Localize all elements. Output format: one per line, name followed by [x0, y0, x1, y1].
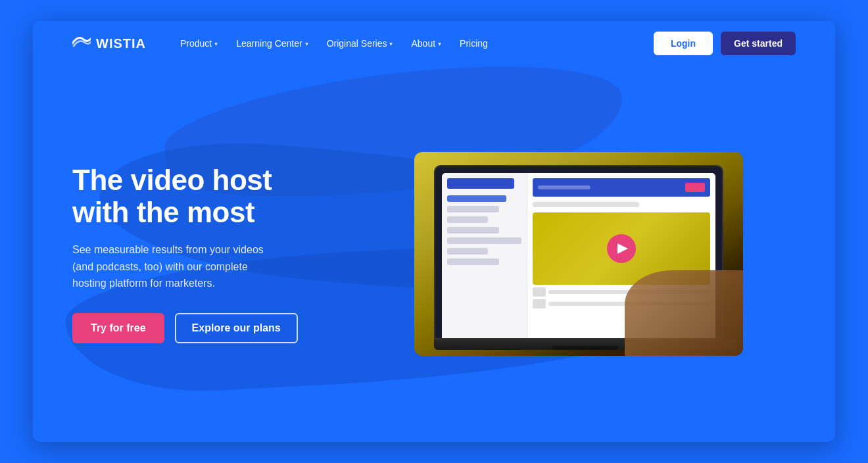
- screen-header-bar: [533, 178, 710, 197]
- screen-sidebar-item: [447, 227, 499, 233]
- try-for-free-button[interactable]: Try for free: [72, 313, 164, 343]
- play-button[interactable]: [607, 234, 636, 263]
- screen-sidebar-item: [447, 237, 521, 244]
- hero-description: See measurable results from your videos …: [72, 241, 283, 292]
- hero-title: The video host with the most: [72, 164, 322, 228]
- hero-visual: [362, 152, 796, 356]
- screen-sidebar-item: [447, 248, 488, 255]
- nav-links: Product ▾ Learning Center ▾ Original Ser…: [172, 33, 654, 54]
- chevron-down-icon: ▾: [389, 40, 393, 47]
- navbar: WISTIA Product ▾ Learning Center ▾ Origi…: [33, 21, 835, 66]
- hero-content: The video host with the most See measura…: [72, 164, 322, 343]
- nav-item-product[interactable]: Product ▾: [172, 33, 226, 54]
- browser-frame: WISTIA Product ▾ Learning Center ▾ Origi…: [33, 21, 835, 442]
- hero-buttons: Try for free Explore our plans: [72, 313, 322, 343]
- logo-wordmark: WISTIA: [96, 36, 146, 51]
- nav-item-learning-center[interactable]: Learning Center ▾: [228, 33, 316, 54]
- nav-actions: Login Get started: [654, 32, 796, 55]
- nav-item-original-series[interactable]: Original Series ▾: [319, 33, 401, 54]
- nav-item-pricing[interactable]: Pricing: [452, 33, 496, 54]
- get-started-button[interactable]: Get started: [721, 32, 796, 55]
- explore-plans-button[interactable]: Explore our plans: [175, 313, 298, 343]
- visual-wrapper: [414, 152, 743, 356]
- login-button[interactable]: Login: [654, 32, 713, 55]
- logo[interactable]: WISTIA: [72, 36, 146, 51]
- hero-section: The video host with the most See measura…: [33, 66, 835, 442]
- screen-title-bar: [533, 202, 639, 207]
- screen-sidebar-active-item: [447, 195, 506, 202]
- screen-sidebar-item: [447, 206, 499, 212]
- screen-sidebar-item: [447, 216, 488, 223]
- play-icon: [617, 243, 628, 254]
- person-overlay: [625, 270, 743, 356]
- nav-item-about[interactable]: About ▾: [403, 33, 449, 54]
- screen-sidebar-item: [447, 258, 499, 265]
- chevron-down-icon: ▾: [438, 40, 441, 47]
- chevron-down-icon: ▾: [305, 40, 308, 47]
- screen-sidebar: [442, 173, 527, 338]
- chevron-down-icon: ▾: [214, 40, 218, 47]
- wistia-logo-icon: [72, 37, 91, 50]
